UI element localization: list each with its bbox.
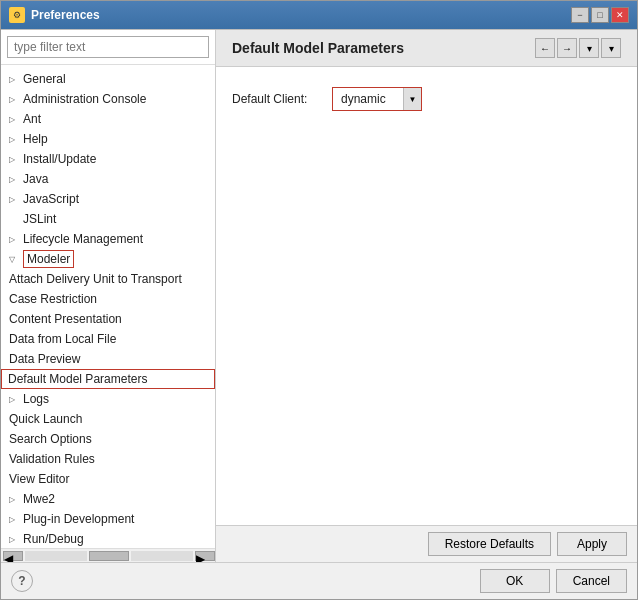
tree-item-default-model-params[interactable]: Default Model Parameters (1, 369, 215, 389)
arrow-icon: ▷ (9, 395, 21, 404)
right-panel-title: Default Model Parameters (232, 40, 404, 56)
tree-child-label: Content Presentation (9, 312, 122, 326)
arrow-icon: ▷ (9, 495, 21, 504)
tree-item-label: General (23, 72, 66, 86)
right-panel: Default Model Parameters ← → ▾ ▾ Default… (216, 30, 637, 562)
tree-item-label: Mwe2 (23, 492, 55, 506)
tree-child-label: View Editor (9, 472, 69, 486)
tree: ▷ General ▷ Administration Console ▷ Ant… (1, 65, 215, 548)
right-header: Default Model Parameters ← → ▾ ▾ (216, 30, 637, 67)
dropdown-btn-2[interactable]: ▾ (601, 38, 621, 58)
tree-item-attach-delivery[interactable]: Attach Delivery Unit to Transport (1, 269, 215, 289)
tree-child-label: Default Model Parameters (8, 372, 147, 386)
ok-button[interactable]: OK (480, 569, 550, 593)
tree-item-content-presentation[interactable]: Content Presentation (1, 309, 215, 329)
apply-button[interactable]: Apply (557, 532, 627, 556)
horizontal-scrollbar[interactable]: ◀ ▶ (1, 548, 215, 562)
help-button[interactable]: ? (11, 570, 33, 592)
tree-item-label: Administration Console (23, 92, 146, 106)
back-button[interactable]: ← (535, 38, 555, 58)
tree-child-label: Case Restriction (9, 292, 97, 306)
arrow-icon: ▷ (9, 135, 21, 144)
default-client-label: Default Client: (232, 92, 322, 106)
tree-item-plugin-dev[interactable]: ▷ Plug-in Development (1, 509, 215, 529)
tree-item-validation-rules[interactable]: Validation Rules (1, 449, 215, 469)
tree-item-lifecycle[interactable]: ▷ Lifecycle Management (1, 229, 215, 249)
close-button[interactable]: ✕ (611, 7, 629, 23)
default-client-row: Default Client: dynamic ▼ (232, 87, 621, 111)
tree-child-label: Validation Rules (9, 452, 95, 466)
bottom-bar: Restore Defaults Apply (216, 525, 637, 562)
tree-item-javascript[interactable]: ▷ JavaScript (1, 189, 215, 209)
tree-item-data-preview[interactable]: Data Preview (1, 349, 215, 369)
tree-item-label: JSLint (23, 212, 56, 226)
footer-bar: ? OK Cancel (1, 562, 637, 599)
arrow-icon: ▷ (9, 95, 21, 104)
right-content: Default Client: dynamic ▼ (216, 67, 637, 525)
tree-item-label: JavaScript (23, 192, 79, 206)
preferences-window: ⚙ Preferences − □ ✕ ▷ General ▷ (0, 0, 638, 600)
tree-item-label: Plug-in Development (23, 512, 134, 526)
tree-item-data-local-file[interactable]: Data from Local File (1, 329, 215, 349)
arrow-icon: ▷ (9, 515, 21, 524)
scroll-track (25, 551, 87, 561)
dropdown-value: dynamic (333, 90, 403, 108)
tree-item-label: Help (23, 132, 48, 146)
tree-item-run-debug[interactable]: ▷ Run/Debug (1, 529, 215, 548)
title-bar-left: ⚙ Preferences (9, 7, 100, 23)
maximize-button[interactable]: □ (591, 7, 609, 23)
tree-child-label: Logs (23, 392, 49, 406)
left-panel: ▷ General ▷ Administration Console ▷ Ant… (1, 30, 216, 562)
default-client-dropdown[interactable]: dynamic ▼ (332, 87, 422, 111)
tree-item-jslint[interactable]: ▷ JSLint (1, 209, 215, 229)
scroll-track-right (131, 551, 193, 561)
scroll-right-btn[interactable]: ▶ (195, 551, 215, 561)
tree-item-install-update[interactable]: ▷ Install/Update (1, 149, 215, 169)
arrow-icon: ▷ (9, 175, 21, 184)
tree-child-label: Data Preview (9, 352, 80, 366)
title-buttons: − □ ✕ (571, 7, 629, 23)
filter-input[interactable] (7, 36, 209, 58)
right-toolbar: ← → ▾ ▾ (535, 38, 621, 58)
tree-child-label: Search Options (9, 432, 92, 446)
tree-item-help[interactable]: ▷ Help (1, 129, 215, 149)
main-content: ▷ General ▷ Administration Console ▷ Ant… (1, 29, 637, 562)
tree-item-label: Install/Update (23, 152, 96, 166)
tree-item-search-options[interactable]: Search Options (1, 429, 215, 449)
tree-child-label: Quick Launch (9, 412, 82, 426)
arrow-icon: ▷ (9, 155, 21, 164)
tree-item-label: Run/Debug (23, 532, 84, 546)
tree-item-logs[interactable]: ▷ Logs (1, 389, 215, 409)
tree-item-general[interactable]: ▷ General (1, 69, 215, 89)
arrow-icon: ▷ (9, 535, 21, 544)
restore-defaults-button[interactable]: Restore Defaults (428, 532, 551, 556)
minimize-button[interactable]: − (571, 7, 589, 23)
tree-item-admin-console[interactable]: ▷ Administration Console (1, 89, 215, 109)
tree-child-label: Attach Delivery Unit to Transport (9, 272, 182, 286)
tree-item-ant[interactable]: ▷ Ant (1, 109, 215, 129)
forward-button[interactable]: → (557, 38, 577, 58)
dropdown-btn-1[interactable]: ▾ (579, 38, 599, 58)
dropdown-arrow-icon[interactable]: ▼ (403, 88, 421, 110)
filter-box (1, 30, 215, 65)
tree-item-label: Java (23, 172, 48, 186)
scroll-thumb[interactable] (89, 551, 129, 561)
tree-item-case-restriction[interactable]: Case Restriction (1, 289, 215, 309)
tree-item-label: Ant (23, 112, 41, 126)
tree-item-view-editor[interactable]: View Editor (1, 469, 215, 489)
window-title: Preferences (31, 8, 100, 22)
tree-item-label: Lifecycle Management (23, 232, 143, 246)
footer-right: OK Cancel (480, 569, 627, 593)
arrow-icon: ▷ (9, 235, 21, 244)
scroll-left-btn[interactable]: ◀ (3, 551, 23, 561)
arrow-icon: ▷ (9, 115, 21, 124)
cancel-button[interactable]: Cancel (556, 569, 627, 593)
title-bar: ⚙ Preferences − □ ✕ (1, 1, 637, 29)
arrow-icon: ▽ (9, 255, 21, 264)
tree-item-mwe2[interactable]: ▷ Mwe2 (1, 489, 215, 509)
tree-item-modeler[interactable]: ▽ Modeler (1, 249, 215, 269)
tree-item-java[interactable]: ▷ Java (1, 169, 215, 189)
tree-item-label: Modeler (23, 250, 74, 268)
tree-child-label: Data from Local File (9, 332, 116, 346)
tree-item-quick-launch[interactable]: Quick Launch (1, 409, 215, 429)
